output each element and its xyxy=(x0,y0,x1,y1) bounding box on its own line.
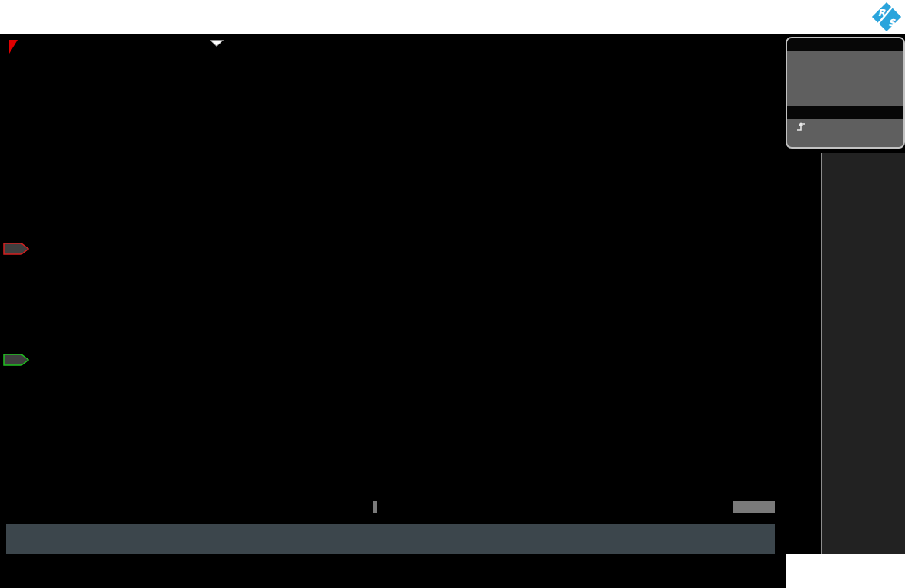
measurement-bar xyxy=(6,524,775,554)
horizontal-row-timebase[interactable] xyxy=(787,79,903,93)
ch1-ground-marker[interactable] xyxy=(3,243,29,255)
svg-text:S: S xyxy=(888,17,896,28)
rising-edge-icon xyxy=(796,121,807,132)
horizontal-row-acqtime[interactable] xyxy=(787,93,903,106)
oscilloscope-screen: R S xyxy=(0,0,905,588)
waveform-display[interactable] xyxy=(0,34,775,521)
acquisition-span-badge xyxy=(733,501,775,513)
svg-text:R: R xyxy=(878,7,887,18)
trigger-row-level[interactable] xyxy=(787,133,903,147)
horizontal-row-resolution[interactable] xyxy=(787,51,903,65)
horizontal-row-record[interactable] xyxy=(787,65,903,79)
trigger-level-corner-marker[interactable] xyxy=(9,40,18,54)
trigger-header[interactable] xyxy=(787,106,903,119)
horizontal-trigger-panel[interactable] xyxy=(786,37,905,149)
signal-bar-dock xyxy=(822,153,905,554)
timebase-badge xyxy=(373,501,377,513)
trigger-position-marker[interactable] xyxy=(210,40,224,47)
ch2-ground-marker[interactable] xyxy=(3,354,29,366)
trigger-row-source[interactable] xyxy=(787,119,903,133)
rohde-schwarz-logo: R S xyxy=(871,1,903,33)
signal-bar-divider[interactable] xyxy=(821,153,822,554)
horizontal-header[interactable] xyxy=(787,38,903,51)
bottom-right-panel xyxy=(786,554,905,588)
graticule[interactable] xyxy=(0,34,775,521)
titlebar: R S xyxy=(0,0,905,34)
